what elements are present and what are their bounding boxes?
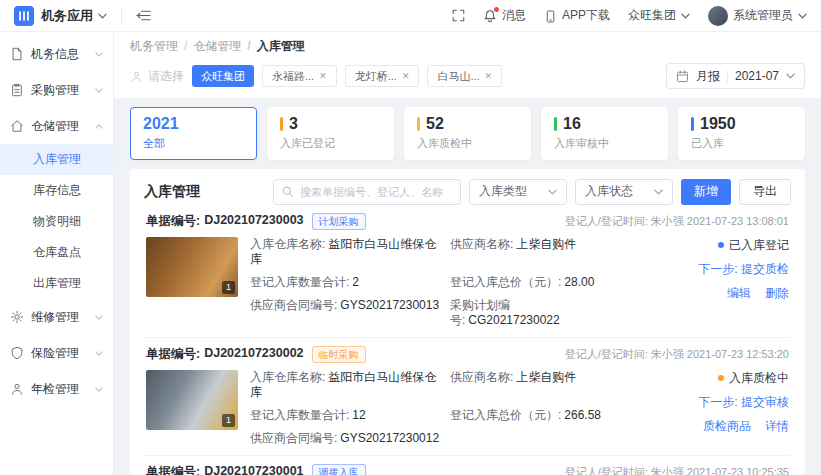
record-meta: 登记人/登记时间: 朱小强 2021-07-23 13:08:01 [565, 214, 789, 229]
inbound-type-select[interactable]: 入库类型 [469, 179, 567, 205]
doc-number-label: 单据编号: [146, 464, 200, 475]
org-picker[interactable]: 请选择 [130, 68, 184, 85]
sidebar-subitem-material-detail[interactable]: 物资明细 [0, 206, 113, 237]
field-value: GYS20217230012 [340, 431, 439, 445]
content-header: 机务管理 仓储管理 入库管理 请选择 众旺集团 永福路... ✕ 龙灯桥 [114, 32, 821, 98]
messages-label: 消息 [502, 7, 526, 24]
shield-icon [10, 346, 24, 360]
stat-card-inspecting[interactable]: 52 入库质检中 [404, 107, 531, 160]
sidebar-subitem-outbound[interactable]: 出库管理 [0, 268, 113, 299]
stat-card-registered[interactable]: 3 入库已登记 [267, 107, 394, 160]
record-type-tag: 调拨入库 [312, 464, 366, 475]
next-step-link[interactable]: 下一步: 提交审核 [698, 394, 789, 411]
filter-row: 请选择 众旺集团 永福路... ✕ 龙灯桥... ✕ 白马山... ✕ [130, 63, 805, 89]
inbound-status-select[interactable]: 入库状态 [575, 179, 673, 205]
menu-fold-icon[interactable] [136, 8, 151, 23]
chevron-down-icon [548, 189, 557, 195]
sidebar-item-warehouse[interactable]: 仓储管理 [0, 108, 113, 144]
report-period-picker[interactable]: 月报 2021-07 [666, 63, 805, 89]
field-label: 登记入库数量合计: [250, 275, 349, 289]
sidebar-item-machine-info[interactable]: 机务信息 [0, 36, 113, 72]
fullscreen-icon[interactable] [452, 9, 465, 22]
filter-tag[interactable]: 白马山... ✕ [427, 65, 502, 87]
home-icon [10, 119, 24, 133]
chevron-down-icon [786, 73, 795, 79]
record-thumbnail[interactable]: 1 [146, 370, 238, 430]
org-switcher[interactable]: 众旺集团 [628, 7, 690, 24]
stat-label: 入库审核中 [554, 136, 655, 151]
close-icon[interactable]: ✕ [485, 72, 493, 81]
add-button[interactable]: 新增 [681, 179, 731, 205]
stat-card-stored[interactable]: 1950 已入库 [678, 107, 805, 160]
record-thumbnail[interactable]: 1 [146, 237, 238, 297]
sidebar-subitem-stocktake[interactable]: 仓库盘点 [0, 237, 113, 268]
sidebar-warehouse-submenu: 入库管理 库存信息 物资明细 仓库盘点 出库管理 [0, 144, 113, 299]
sidebar-item-insurance[interactable]: 保险管理 [0, 335, 113, 371]
sidebar-item-label: 仓储管理 [31, 118, 79, 135]
detail-link[interactable]: 详情 [765, 418, 789, 435]
phone-icon [544, 8, 557, 22]
field-value: 2 [352, 275, 359, 289]
stat-card-auditing[interactable]: 16 入库审核中 [541, 107, 668, 160]
export-button[interactable]: 导出 [739, 179, 791, 205]
search-input[interactable] [273, 179, 461, 205]
doc-number-value: DJ202107230001 [204, 464, 303, 475]
avatar [708, 6, 728, 26]
sidebar-item-label: 采购管理 [31, 82, 79, 99]
gear-icon [10, 310, 24, 324]
edit-link[interactable]: 编辑 [727, 285, 751, 302]
stat-label: 全部 [143, 136, 244, 151]
app-download-button[interactable]: APP下载 [544, 7, 610, 24]
field-label: 登记入库数量合计: [250, 408, 349, 422]
delete-link[interactable]: 删除 [765, 285, 789, 302]
period-value: 2021-07 [735, 69, 779, 83]
field-value: 上柴自购件 [516, 237, 576, 251]
stat-accent-bar [691, 117, 694, 131]
sidebar-subitem-inbound[interactable]: 入库管理 [0, 144, 113, 175]
app-switcher[interactable]: 机务应用 [41, 7, 107, 25]
close-icon[interactable]: ✕ [319, 72, 327, 81]
stat-value: 2021 [143, 115, 244, 133]
status-badge: 已入库登记 [718, 237, 789, 254]
field-value: 上柴自购件 [516, 370, 576, 384]
close-icon[interactable]: ✕ [402, 72, 410, 81]
field-label: 入库仓库名称: [250, 370, 325, 384]
search-box [273, 179, 461, 205]
next-step-link[interactable]: 下一步: 提交质检 [698, 261, 789, 278]
inbound-record: 单据编号: DJ202107230003 计划采购 登记人/登记时间: 朱小强 … [144, 205, 791, 338]
doc-number: 单据编号: DJ202107230001 [146, 464, 304, 475]
sidebar-item-label: 维修管理 [31, 309, 79, 326]
field-label: 供应商合同编号: [250, 431, 337, 445]
field-value: GYS20217230013 [340, 298, 439, 312]
field-label: 登记入库总价（元）: [450, 408, 561, 422]
filter-tag-active[interactable]: 众旺集团 [192, 65, 254, 87]
field-label: 登记入库总价（元）: [450, 275, 561, 289]
sidebar-subitem-inventory[interactable]: 库存信息 [0, 175, 113, 206]
inbound-status-label: 入库状态 [585, 183, 633, 200]
filter-tag-label: 白马山... [437, 69, 479, 84]
messages-button[interactable]: 消息 [483, 7, 526, 24]
inspect-goods-link[interactable]: 质检商品 [703, 418, 751, 435]
report-type-label: 月报 [696, 68, 720, 85]
chevron-down-icon [681, 13, 690, 19]
sidebar-item-annual-inspection[interactable]: 年检管理 [0, 371, 113, 407]
stat-value: 3 [289, 115, 298, 133]
user-icon [10, 382, 24, 396]
user-menu[interactable]: 系统管理员 [708, 6, 807, 26]
filter-tag[interactable]: 龙灯桥... ✕ [345, 65, 420, 87]
sidebar-item-purchase[interactable]: 采购管理 [0, 72, 113, 108]
stat-accent-bar [417, 117, 420, 131]
search-icon [281, 185, 294, 198]
breadcrumb-item[interactable]: 仓储管理 [178, 38, 241, 55]
chevron-down-icon [798, 13, 807, 19]
sidebar-item-maintenance[interactable]: 维修管理 [0, 299, 113, 335]
field-value: CG20217230022 [468, 313, 559, 327]
sidebar-item-label: 年检管理 [31, 381, 79, 398]
divider [121, 8, 122, 23]
chevron-down-icon [654, 189, 663, 195]
sidebar-item-label: 机务信息 [31, 46, 79, 63]
doc-number-value: DJ202107230002 [204, 346, 303, 363]
stat-card-all[interactable]: 2021 全部 [130, 107, 257, 160]
breadcrumb-item[interactable]: 机务管理 [130, 38, 178, 55]
filter-tag[interactable]: 永福路... ✕ [262, 65, 337, 87]
